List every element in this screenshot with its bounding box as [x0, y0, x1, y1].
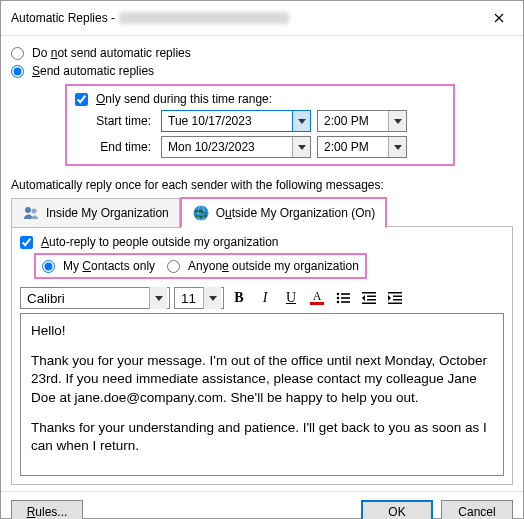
font-color-a: A — [313, 291, 322, 301]
chevron-down-icon — [292, 137, 310, 157]
cancel-label: Cancel — [458, 505, 495, 519]
svg-rect-13 — [362, 303, 376, 305]
chevron-down-icon — [149, 287, 167, 309]
editor-toolbar: B I U A — [20, 287, 504, 309]
auto-reply-outside-checkbox[interactable] — [20, 236, 33, 249]
tab-inside[interactable]: Inside My Organization — [11, 198, 180, 228]
start-time-label: Start time: — [75, 114, 155, 128]
svg-rect-16 — [393, 299, 402, 301]
dialog-footer: Rules... OK Cancel — [1, 491, 523, 519]
bullets-icon — [336, 292, 350, 304]
tab-inside-label: Inside My Organization — [46, 206, 169, 220]
send-label: Send automatic replies — [32, 64, 154, 78]
chevron-down-icon — [292, 111, 310, 131]
svg-rect-11 — [367, 296, 376, 298]
end-time-value: 2:00 PM — [318, 140, 388, 154]
end-time-label: End time: — [75, 140, 155, 154]
svg-rect-10 — [362, 292, 376, 294]
send-radio[interactable] — [11, 65, 24, 78]
start-time-combo[interactable]: 2:00 PM — [317, 110, 407, 132]
dont-send-radio-row[interactable]: Do not send automatic replies — [11, 46, 513, 60]
account-email-blurred — [119, 12, 289, 24]
svg-rect-9 — [341, 301, 350, 303]
message-p1: Hello! — [31, 322, 493, 340]
font-size-combo[interactable] — [174, 287, 224, 309]
contacts-only-row[interactable]: My Contacts only — [42, 259, 155, 273]
outdent-button[interactable] — [358, 287, 380, 309]
cancel-button[interactable]: Cancel — [441, 500, 513, 519]
font-family-value[interactable] — [21, 288, 149, 308]
tab-outside-label: Outside My Organization (On) — [216, 206, 375, 220]
dont-send-radio[interactable] — [11, 47, 24, 60]
bullets-button[interactable] — [332, 287, 354, 309]
close-icon — [494, 13, 504, 23]
people-icon — [22, 204, 40, 222]
time-range-checkbox[interactable] — [75, 93, 88, 106]
svg-rect-17 — [388, 303, 402, 305]
svg-point-1 — [32, 209, 37, 214]
section-label: Automatically reply once for each sender… — [11, 178, 513, 192]
italic-button[interactable]: I — [254, 287, 276, 309]
indent-button[interactable] — [384, 287, 406, 309]
svg-rect-15 — [393, 296, 402, 298]
auto-reply-outside-label: Auto-reply to people outside my organiza… — [41, 235, 279, 249]
ok-label: OK — [388, 505, 405, 519]
send-radio-row[interactable]: Send automatic replies — [11, 64, 513, 78]
message-p3: Thanks for your understanding and patien… — [31, 419, 493, 455]
start-date-combo[interactable]: Tue 10/17/2023 — [161, 110, 311, 132]
start-time-value: 2:00 PM — [318, 114, 388, 128]
time-range-label: Only send during this time range: — [96, 92, 272, 106]
svg-point-4 — [337, 293, 340, 296]
svg-point-6 — [337, 297, 340, 300]
message-editor[interactable]: Hello! Thank you for your message. I'm o… — [20, 313, 504, 476]
svg-rect-12 — [367, 299, 376, 301]
automatic-replies-dialog: Automatic Replies - Do not send automati… — [0, 0, 524, 519]
close-button[interactable] — [483, 7, 515, 29]
bold-button[interactable]: B — [228, 287, 250, 309]
svg-point-8 — [337, 301, 340, 304]
anyone-row[interactable]: Anyone outside my organization — [167, 259, 359, 273]
rules-label: Rules... — [27, 505, 68, 519]
indent-icon — [388, 292, 402, 304]
auto-reply-outside-row[interactable]: Auto-reply to people outside my organiza… — [20, 235, 504, 249]
end-date-combo[interactable]: Mon 10/23/2023 — [161, 136, 311, 158]
scope-row: My Contacts only Anyone outside my organ… — [34, 253, 367, 279]
message-p2: Thank you for your message. I'm out of t… — [31, 352, 493, 407]
anyone-radio[interactable] — [167, 260, 180, 273]
rules-button[interactable]: Rules... — [11, 500, 83, 519]
svg-point-2 — [193, 206, 208, 221]
dont-send-label: Do not send automatic replies — [32, 46, 191, 60]
underline-button[interactable]: U — [280, 287, 302, 309]
font-color-button[interactable]: A — [306, 287, 328, 309]
titlebar: Automatic Replies - — [1, 1, 523, 36]
tab-outside[interactable]: Outside My Organization (On) — [180, 197, 387, 228]
tabs: Inside My Organization Outside My Organi… — [11, 196, 513, 227]
font-family-combo[interactable] — [20, 287, 170, 309]
ok-button[interactable]: OK — [361, 500, 433, 519]
chevron-down-icon — [388, 137, 406, 157]
svg-rect-5 — [341, 293, 350, 295]
font-color-bar — [310, 302, 324, 305]
svg-rect-7 — [341, 297, 350, 299]
time-range-check-row[interactable]: Only send during this time range: — [75, 92, 445, 106]
anyone-label: Anyone outside my organization — [188, 259, 359, 273]
end-date-value: Mon 10/23/2023 — [162, 140, 292, 154]
globe-icon — [192, 204, 210, 222]
end-time-combo[interactable]: 2:00 PM — [317, 136, 407, 158]
dialog-title: Automatic Replies - — [11, 11, 115, 25]
contacts-only-label: My Contacts only — [63, 259, 155, 273]
time-range-block: Only send during this time range: Start … — [65, 84, 455, 166]
chevron-down-icon — [203, 287, 221, 309]
outdent-icon — [362, 292, 376, 304]
font-size-value[interactable] — [175, 288, 203, 308]
svg-rect-14 — [388, 292, 402, 294]
contacts-only-radio[interactable] — [42, 260, 55, 273]
outside-panel: Auto-reply to people outside my organiza… — [11, 226, 513, 485]
svg-point-0 — [25, 207, 31, 213]
start-date-value: Tue 10/17/2023 — [162, 114, 292, 128]
chevron-down-icon — [388, 111, 406, 131]
